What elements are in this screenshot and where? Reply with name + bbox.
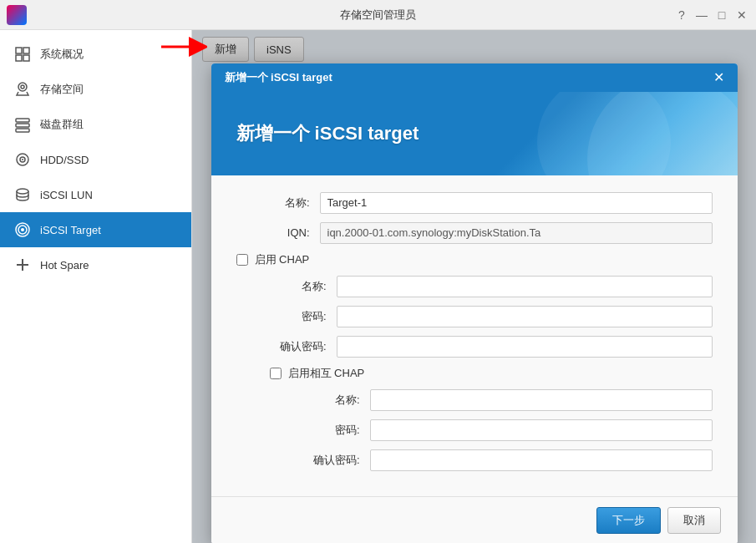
dialog-body: 名称: IQN: 启用 CHAP (211, 175, 738, 496)
sidebar-item-hdd[interactable]: HDD/SSD (0, 142, 191, 177)
content-area: 新增 iSNS 新增一个 iSCSI target ✕ 新增一个 iSCSI t… (192, 30, 756, 543)
svg-point-12 (17, 189, 28, 194)
sidebar-iscsi-lun-label: iSCSI LUN (40, 189, 93, 201)
sidebar-item-storage[interactable]: 存储空间 (0, 72, 191, 107)
svg-rect-0 (16, 48, 22, 53)
svg-point-4 (18, 83, 27, 91)
chap-confirm-row: 确认密码: (253, 336, 713, 358)
sidebar-overview-label: 系统概况 (40, 47, 84, 62)
overview-icon (13, 45, 32, 63)
dialog-footer: 下一步 取消 (211, 496, 738, 544)
sidebar: 系统概况 存储空间 磁盘群组 HDD/SSD iSCSI LUN (0, 30, 192, 543)
svg-rect-1 (23, 48, 29, 53)
dialog-close-button[interactable]: ✕ (713, 71, 724, 84)
svg-point-15 (21, 228, 24, 231)
name-label: 名称: (236, 195, 320, 211)
sidebar-item-diskgroup[interactable]: 磁盘群组 (0, 107, 191, 142)
sidebar-item-hotspare[interactable]: Hot Spare (0, 247, 191, 282)
sidebar-storage-label: 存储空间 (40, 82, 84, 97)
minimize-button[interactable]: — (694, 8, 709, 23)
svg-rect-3 (23, 55, 29, 61)
chap-checkbox[interactable] (236, 254, 248, 266)
app-title: 存储空间管理员 (340, 8, 416, 23)
chap-header: 启用 CHAP (236, 252, 713, 267)
diskgroup-icon (13, 115, 32, 134)
storage-icon (13, 80, 32, 99)
chap-password-label: 密码: (253, 309, 337, 324)
mutual-password-label: 密码: (287, 423, 370, 438)
help-button[interactable]: ? (674, 8, 689, 23)
chap-name-row: 名称: (253, 276, 713, 297)
name-row: 名称: (236, 192, 713, 214)
iqn-input[interactable] (320, 222, 713, 244)
mutual-name-row: 名称: (287, 389, 713, 411)
chap-password-row: 密码: (253, 306, 713, 327)
sidebar-item-overview[interactable]: 系统概况 (0, 37, 191, 72)
mutual-chap-checkbox[interactable] (270, 368, 282, 379)
chap-password-input[interactable] (337, 306, 713, 327)
chap-confirm-input[interactable] (337, 336, 713, 358)
sidebar-item-iscsi-target[interactable]: iSCSI Target (0, 212, 191, 247)
sidebar-hdd-label: HDD/SSD (40, 154, 89, 166)
dialog-banner-title: 新增一个 iSCSI target (236, 121, 419, 146)
mutual-name-input[interactable] (370, 389, 713, 411)
mutual-chap-header: 启用相互 CHAP (236, 366, 713, 381)
dialog-title: 新增一个 iSCSI target (225, 70, 332, 85)
cancel-button[interactable]: 取消 (667, 507, 721, 534)
mutual-confirm-label: 确认密码: (287, 453, 370, 468)
dialog-titlebar: 新增一个 iSCSI target ✕ (211, 63, 738, 92)
sidebar-item-iscsi-lun[interactable]: iSCSI LUN (0, 177, 191, 212)
dialog-banner: 新增一个 iSCSI target (211, 92, 738, 175)
dialog: 新增一个 iSCSI target ✕ 新增一个 iSCSI target (211, 63, 738, 544)
mutual-chap-fields: 名称: 密码: 确认密码: (236, 389, 713, 471)
chap-fields: 名称: 密码: 确认密码: (236, 276, 713, 358)
chap-name-label: 名称: (253, 279, 337, 294)
chap-section: 启用 CHAP 名称: 密码: (236, 252, 713, 471)
chap-header-label: 启用 CHAP (255, 252, 310, 267)
hdd-icon (13, 150, 32, 169)
main-layout: 系统概况 存储空间 磁盘群组 HDD/SSD iSCSI LUN (0, 30, 756, 543)
svg-rect-6 (16, 119, 29, 122)
title-bar-controls: ? — □ ✕ (674, 8, 749, 23)
chap-confirm-label: 确认密码: (253, 339, 337, 354)
sidebar-diskgroup-label: 磁盘群组 (40, 117, 84, 132)
mutual-name-label: 名称: (287, 393, 370, 408)
iqn-label: IQN: (236, 226, 320, 239)
chap-name-input[interactable] (337, 276, 713, 297)
svg-rect-7 (16, 124, 29, 127)
iqn-row: IQN: (236, 222, 713, 244)
sidebar-hotspare-label: Hot Spare (40, 259, 89, 272)
mutual-confirm-row: 确认密码: (287, 449, 713, 471)
title-bar: 存储空间管理员 ? — □ ✕ (0, 0, 756, 30)
svg-point-5 (21, 85, 24, 89)
mutual-chap-label: 启用相互 CHAP (288, 366, 365, 381)
svg-rect-8 (16, 129, 29, 132)
svg-point-11 (22, 159, 23, 160)
hotspare-icon (13, 256, 32, 274)
mutual-confirm-input[interactable] (370, 449, 713, 471)
dialog-overlay: 新增一个 iSCSI target ✕ 新增一个 iSCSI target (192, 30, 756, 543)
iscsi-target-icon (13, 221, 32, 239)
iscsi-lun-icon (13, 185, 32, 204)
close-app-button[interactable]: ✕ (734, 8, 749, 23)
name-input[interactable] (320, 192, 713, 214)
sidebar-iscsi-target-label: iSCSI Target (40, 224, 101, 236)
svg-rect-2 (16, 55, 22, 61)
maximize-button[interactable]: □ (714, 8, 729, 23)
mutual-password-input[interactable] (370, 419, 713, 441)
app-logo (7, 5, 27, 25)
next-button[interactable]: 下一步 (596, 507, 661, 534)
mutual-password-row: 密码: (287, 419, 713, 441)
